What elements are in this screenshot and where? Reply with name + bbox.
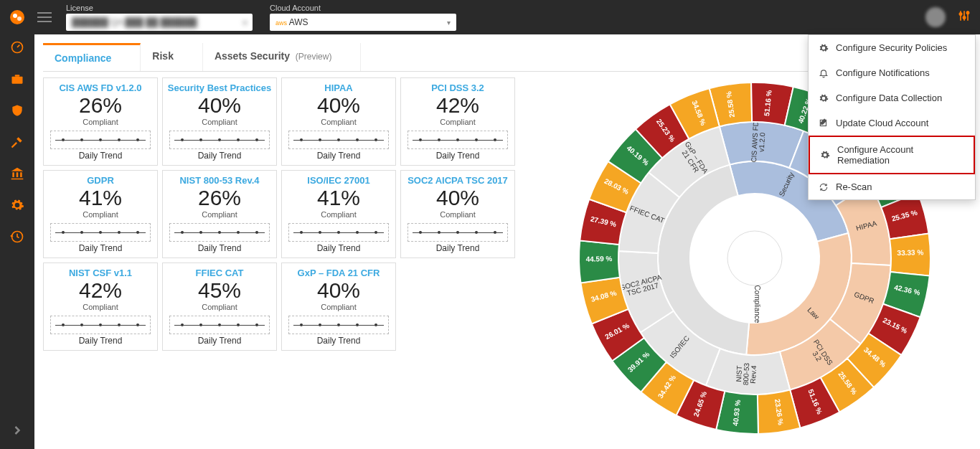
- license-dropdown[interactable]: ██████ QA ███ ██ ██████▾: [66, 14, 253, 31]
- tab-assets[interactable]: Assets Security (Preview): [203, 43, 362, 71]
- card-trend: Daily Trend: [166, 336, 273, 346]
- card-sub: Compliant: [166, 210, 273, 219]
- edit-icon: [819, 118, 829, 128]
- user-avatar[interactable]: [925, 7, 946, 27]
- compliance-card[interactable]: GxP – FDA 21 CFR 40% Compliant Daily Tre…: [281, 263, 396, 351]
- card-sub: Compliant: [166, 118, 273, 126]
- card-title: CIS AWS FD v1.2.0: [47, 82, 154, 93]
- menu-toggle[interactable]: [37, 12, 52, 22]
- card-percent: 41%: [47, 187, 154, 209]
- card-percent: 40%: [166, 95, 273, 116]
- compliance-card[interactable]: FFIEC CAT 45% Compliant Daily Trend: [162, 263, 277, 351]
- sparkline: [407, 223, 508, 242]
- card-title: ISO/IEC 27001: [285, 175, 392, 186]
- card-trend: Daily Trend: [47, 151, 154, 161]
- dropdown-item[interactable]: Re-Scan: [809, 174, 975, 199]
- sparkline: [50, 223, 151, 242]
- card-title: GDPR: [47, 175, 154, 186]
- compliance-card[interactable]: SOC2 AICPA TSC 2017 40% Compliant Daily …: [400, 170, 515, 258]
- svg-point-0: [10, 10, 24, 24]
- top-bar: License ██████ QA ███ ██ ██████▾ Cloud A…: [0, 0, 980, 34]
- dropdown-item[interactable]: Configure Security Policies: [809, 35, 975, 60]
- dropdown-item[interactable]: Configure Notifications: [809, 60, 975, 85]
- card-sub: Compliant: [285, 303, 392, 311]
- sparkline: [288, 316, 389, 334]
- dropdown-label: Configure Account Remediation: [837, 144, 963, 166]
- sparkline: [288, 223, 389, 242]
- card-percent: 42%: [404, 95, 512, 116]
- svg-point-7: [963, 16, 965, 19]
- svg-point-6: [959, 13, 961, 15]
- compliance-card[interactable]: Security Best Practices 40% Compliant Da…: [162, 77, 277, 166]
- dropdown-label: Configure Notifications: [836, 67, 930, 78]
- gear-icon: [819, 43, 829, 53]
- card-title: GxP – FDA 21 CFR: [285, 268, 392, 278]
- sparkline: [407, 131, 508, 149]
- compliance-card[interactable]: NIST CSF v1.1 42% Compliant Daily Trend: [43, 263, 158, 351]
- card-sub: Compliant: [404, 118, 512, 126]
- tab-risk[interactable]: Risk: [141, 43, 203, 71]
- gear-icon[interactable]: [10, 198, 24, 212]
- dropdown-label: Update Cloud Account: [836, 118, 928, 128]
- card-trend: Daily Trend: [404, 243, 512, 253]
- card-sub: Compliant: [285, 210, 392, 219]
- svg-text:44.59 %: 44.59 %: [586, 255, 613, 263]
- compliance-card[interactable]: HIPAA 40% Compliant Daily Trend: [281, 77, 396, 166]
- compliance-card[interactable]: ISO/IEC 27001 41% Compliant Daily Trend: [281, 170, 396, 258]
- sparkline: [169, 223, 270, 242]
- card-percent: 40%: [285, 280, 392, 301]
- institution-icon[interactable]: [10, 166, 24, 181]
- shield-icon[interactable]: [10, 103, 24, 118]
- compliance-card[interactable]: PCI DSS 3.2 42% Compliant Daily Trend: [400, 77, 515, 166]
- svg-text:NIST800-53Rev.4: NIST800-53Rev.4: [735, 362, 758, 386]
- sparkline: [288, 131, 389, 149]
- sparkline: [169, 131, 270, 149]
- card-title: HIPAA: [285, 82, 392, 93]
- cloud-dropdown[interactable]: aws AWS▾: [270, 14, 456, 31]
- card-trend: Daily Trend: [285, 336, 392, 346]
- compliance-card[interactable]: NIST 800-53 Rev.4 26% Compliant Daily Tr…: [162, 170, 277, 258]
- dropdown-label: Configure Security Policies: [836, 42, 947, 53]
- card-trend: Daily Trend: [404, 151, 512, 161]
- card-title: NIST CSF v1.1: [47, 268, 154, 278]
- card-percent: 26%: [166, 187, 273, 209]
- cloud-selector-group: Cloud Account aws AWS▾: [270, 4, 456, 31]
- chevron-down-icon: ▾: [447, 19, 451, 27]
- compliance-cards: CIS AWS FD v1.2.0 26% Compliant Daily Tr…: [43, 77, 524, 439]
- gavel-icon[interactable]: [10, 135, 24, 149]
- card-percent: 42%: [47, 280, 154, 301]
- tab-compliance[interactable]: Compliance: [43, 43, 141, 71]
- dashboard-icon[interactable]: [10, 40, 24, 55]
- history-icon[interactable]: [10, 230, 24, 244]
- expand-nav-icon[interactable]: [10, 423, 24, 438]
- cloud-label: Cloud Account: [270, 4, 456, 12]
- card-sub: Compliant: [47, 210, 154, 219]
- card-sub: Compliant: [47, 303, 154, 311]
- card-sub: Compliant: [47, 118, 154, 126]
- card-percent: 45%: [166, 280, 273, 301]
- license-label: License: [66, 4, 253, 12]
- compliance-card[interactable]: GDPR 41% Compliant Daily Trend: [43, 170, 158, 258]
- sparkline: [50, 131, 151, 149]
- dropdown-item[interactable]: Update Cloud Account: [809, 110, 975, 136]
- compliance-card[interactable]: CIS AWS FD v1.2.0 26% Compliant Daily Tr…: [43, 77, 158, 166]
- settings-icon[interactable]: [957, 9, 971, 26]
- svg-point-8: [966, 11, 969, 14]
- left-nav: [0, 34, 34, 449]
- card-trend: Daily Trend: [166, 151, 273, 161]
- dropdown-label: Re-Scan: [836, 181, 872, 192]
- briefcase-icon[interactable]: [10, 72, 24, 86]
- card-sub: Compliant: [285, 118, 392, 126]
- card-trend: Daily Trend: [166, 243, 273, 253]
- card-percent: 40%: [285, 95, 392, 116]
- svg-text:33.33 %: 33.33 %: [897, 248, 923, 257]
- gear-icon: [820, 150, 830, 160]
- dropdown-label: Configure Data Collection: [836, 93, 942, 103]
- card-title: SOC2 AICPA TSC 2017: [404, 175, 512, 186]
- card-sub: Compliant: [166, 303, 273, 311]
- gear-icon: [819, 93, 829, 103]
- settings-dropdown: Configure Security PoliciesConfigure Not…: [808, 34, 976, 200]
- dropdown-item[interactable]: Configure Account Remediation: [809, 136, 975, 174]
- card-trend: Daily Trend: [285, 243, 392, 253]
- dropdown-item[interactable]: Configure Data Collection: [809, 85, 975, 110]
